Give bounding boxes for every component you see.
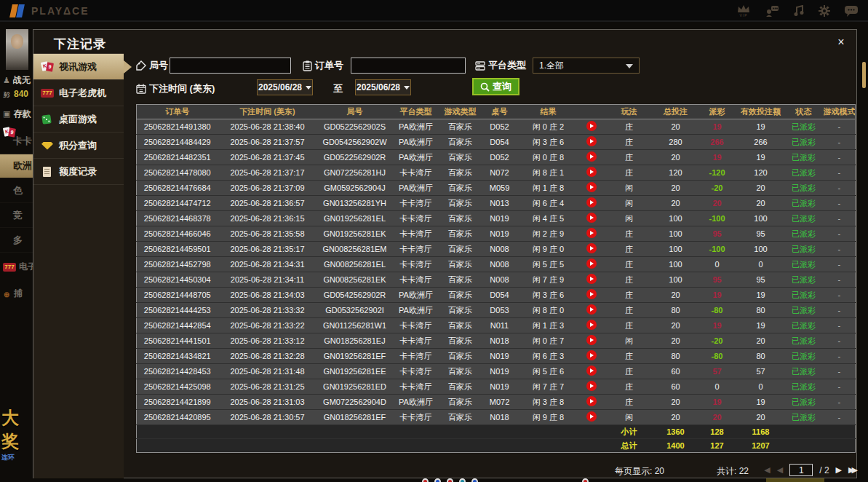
date-to-value: 2025/06/28 bbox=[357, 82, 400, 92]
replay-button[interactable] bbox=[586, 228, 597, 238]
nav-item-live-games[interactable]: K9 视讯游戏 bbox=[33, 54, 124, 80]
nav-item-table-games[interactable]: 桌面游戏 bbox=[33, 106, 124, 133]
replay-button[interactable] bbox=[586, 396, 597, 406]
table-row: 250628214482351 2025-06-28 21:37:45 GD05… bbox=[137, 150, 856, 165]
replay-button[interactable] bbox=[586, 136, 597, 146]
replay-button[interactable] bbox=[586, 320, 597, 330]
replay-button[interactable] bbox=[586, 258, 597, 269]
replay-button[interactable] bbox=[586, 289, 597, 299]
total-bet-cell: 20 bbox=[655, 318, 697, 333]
date-to-picker[interactable]: 2025/06/28 bbox=[355, 79, 411, 95]
table-row: 250628214434821 2025-06-28 21:32:28 GN01… bbox=[137, 349, 856, 364]
replay-button[interactable] bbox=[586, 121, 597, 131]
column-header: 派彩 bbox=[697, 105, 738, 119]
order-number-cell: 250628214450304 bbox=[137, 272, 218, 288]
page-scrollbar[interactable] bbox=[862, 62, 866, 88]
replay-button[interactable] bbox=[586, 243, 597, 253]
nav-label: 额度记录 bbox=[59, 165, 97, 178]
gear-icon[interactable] bbox=[819, 5, 830, 17]
order-number-cell: 250628214478080 bbox=[137, 165, 218, 181]
replay-button[interactable] bbox=[586, 274, 597, 284]
lobby-menu-kaka[interactable]: 卡卡 bbox=[0, 130, 33, 154]
subtotal-payout: 128 bbox=[697, 425, 738, 439]
table-number-cell: N008 bbox=[482, 242, 518, 257]
table-number-cell: N019 bbox=[482, 364, 518, 379]
replay-button[interactable] bbox=[586, 182, 597, 192]
round-number-cell: GN018256281EF bbox=[317, 410, 393, 425]
order-number-label: 订单号 bbox=[303, 59, 343, 72]
table-row: 250628214421899 2025-06-28 21:31:03 GM07… bbox=[137, 395, 856, 410]
next-page-button[interactable]: ▶ bbox=[836, 465, 842, 475]
nav-item-points[interactable]: 积分查询 bbox=[33, 133, 124, 159]
game-mode-cell: - bbox=[824, 379, 856, 395]
site-logo[interactable]: PLAYΔCE bbox=[10, 3, 89, 19]
music-icon[interactable] bbox=[794, 5, 804, 17]
bet-type-cell: 庄 bbox=[604, 242, 655, 257]
nav-label: 积分查询 bbox=[59, 139, 97, 152]
game-mode-cell: - bbox=[824, 119, 856, 135]
date-to-label: 至 bbox=[333, 82, 343, 95]
table-number-cell: N008 bbox=[482, 272, 518, 288]
page-number-input[interactable] bbox=[789, 464, 813, 476]
replay-button[interactable] bbox=[586, 167, 597, 177]
total-bet-cell: 80 bbox=[655, 303, 697, 318]
valid-bet-cell: 100 bbox=[738, 211, 784, 226]
round-number-input[interactable] bbox=[170, 58, 291, 74]
grand-total-total: 1400 bbox=[655, 439, 697, 453]
round-number-cell: GM0722562904D bbox=[317, 395, 393, 410]
order-number-cell: 250628214434821 bbox=[137, 349, 218, 364]
replay-button[interactable] bbox=[586, 151, 597, 162]
game-type-cell: 百家乐 bbox=[439, 349, 482, 364]
avatar[interactable] bbox=[6, 29, 28, 70]
result-cell: 闲 0 庄 8 bbox=[518, 150, 579, 165]
bet-time-cell: 2025-06-28 21:33:22 bbox=[218, 318, 317, 333]
table-number-cell: N019 bbox=[482, 349, 518, 364]
column-header: 状态 bbox=[784, 105, 824, 119]
bet-type-cell: 庄 bbox=[604, 364, 655, 379]
table-number-cell: M059 bbox=[482, 181, 518, 196]
table-row: 250628214420895 2025-06-28 21:30:57 GN01… bbox=[137, 410, 856, 425]
total-bet-cell: 20 bbox=[655, 395, 697, 410]
lobby-menu-jingmi[interactable]: 竞 bbox=[0, 204, 33, 228]
username: 战无 bbox=[13, 74, 31, 87]
nav-item-slots[interactable]: 777 电子老虎机 bbox=[33, 80, 124, 106]
replay-button[interactable] bbox=[586, 350, 597, 360]
vip-icon[interactable]: VIP bbox=[737, 4, 750, 17]
bet-time-cell: 2025-06-28 21:33:32 bbox=[218, 303, 317, 318]
close-button[interactable]: × bbox=[835, 36, 848, 49]
total-bet-cell: 100 bbox=[655, 272, 697, 288]
order-number-cell: 250628214421899 bbox=[137, 395, 218, 410]
deposit-label[interactable]: 存款 bbox=[13, 108, 31, 120]
replay-button[interactable] bbox=[586, 366, 597, 376]
result-cell: 闲 2 庄 9 bbox=[518, 226, 579, 242]
fishing-label[interactable]: 捕 bbox=[14, 288, 23, 300]
date-from-picker[interactable]: 2025/06/28 bbox=[257, 79, 313, 95]
replay-button[interactable] bbox=[586, 335, 597, 345]
chat-icon[interactable] bbox=[845, 6, 858, 17]
lobby-menu-sedie[interactable]: 色 bbox=[0, 179, 33, 203]
lobby-menu-duotai[interactable]: 多 bbox=[0, 229, 33, 253]
search-button[interactable]: 查询 bbox=[472, 78, 519, 95]
table-body: 250628214491380 2025-06-28 21:38:40 GD05… bbox=[137, 119, 856, 425]
nav-item-quota-records[interactable]: 额度记录 bbox=[33, 159, 124, 185]
replay-button[interactable] bbox=[586, 213, 597, 223]
replay-button[interactable] bbox=[586, 197, 597, 208]
order-number-input[interactable] bbox=[351, 58, 466, 74]
jackpot-banner[interactable]: 大奖 连环 bbox=[1, 406, 33, 472]
result-cell: 闲 3 庄 6 bbox=[518, 135, 579, 150]
replay-button[interactable] bbox=[586, 304, 597, 315]
platform-type-select[interactable]: 1.全部 bbox=[533, 58, 640, 74]
total-bet-cell: 80 bbox=[655, 349, 697, 364]
column-header: 有效投注额 bbox=[738, 105, 784, 119]
first-page-button[interactable]: ◀ bbox=[764, 465, 770, 475]
payout-cell: 20 bbox=[697, 410, 738, 425]
replay-button[interactable] bbox=[586, 411, 597, 422]
order-number-cell: 250628214452798 bbox=[137, 257, 218, 272]
lobby-menu-europe[interactable]: 欧洲 bbox=[0, 154, 33, 178]
prev-page-button[interactable]: ◀ bbox=[777, 465, 783, 475]
status-badge: 已派彩 bbox=[784, 395, 824, 410]
result-cell: 闲 3 庄 6 bbox=[518, 288, 579, 303]
customer-service-icon[interactable] bbox=[765, 5, 779, 17]
replay-button[interactable] bbox=[586, 381, 597, 391]
last-page-button[interactable]: ▶▶ bbox=[848, 465, 855, 475]
